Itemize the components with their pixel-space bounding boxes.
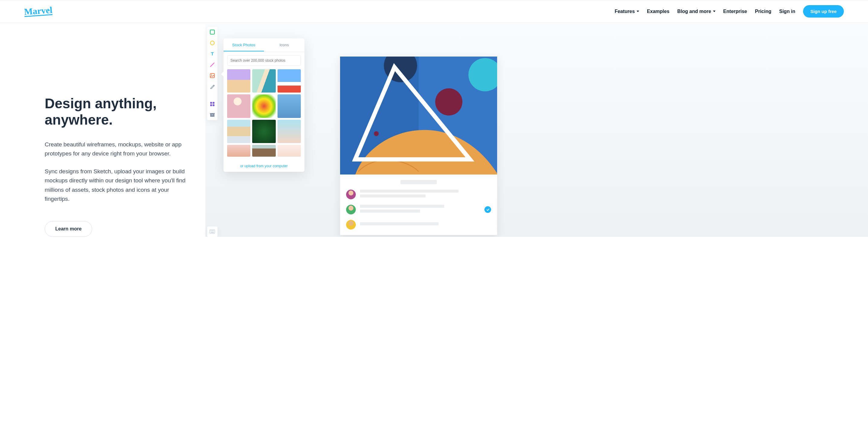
list-item [346,205,491,215]
skeleton-lines [360,222,491,227]
circle-tool[interactable] [210,40,215,46]
svg-rect-8 [210,104,212,106]
stock-photo-grid [227,69,301,143]
nav-features[interactable]: Features [615,9,639,14]
svg-rect-16 [212,230,213,231]
design-preview-image [340,57,497,174]
stock-thumb[interactable] [278,120,301,143]
design-preview-body [340,174,497,235]
nav-enterprise[interactable]: Enterprise [723,9,747,14]
pen-icon [210,84,215,89]
svg-rect-18 [211,232,214,232]
hero-paragraph-2: Sync designs from Sketch, upload your im… [45,167,193,204]
main-nav: Features Examples Blog and more Enterpri… [615,5,844,18]
keyboard-icon [210,230,215,234]
avatar [346,190,356,199]
stock-thumb[interactable] [278,94,301,118]
archive-icon [210,113,215,117]
image-tool[interactable] [210,73,215,78]
archive-tool[interactable] [210,112,215,118]
svg-rect-9 [213,104,214,106]
nav-signin[interactable]: Sign in [779,9,795,14]
svg-point-23 [435,88,462,115]
svg-rect-10 [210,114,214,117]
panel-pointer [221,72,223,77]
stock-thumb[interactable] [278,69,301,92]
hero-section: Design anything, anywhere. Create beauti… [0,23,868,237]
tool-strip: T [207,27,217,120]
hero-paragraph-1: Create beautiful wireframes, mockups, we… [45,140,193,159]
skeleton-line [360,194,426,197]
list-item [346,220,491,230]
svg-text:T: T [211,51,214,56]
chevron-down-icon [637,10,639,12]
svg-rect-12 [211,115,213,115]
stock-search-input[interactable] [227,55,301,66]
keyboard-shortcuts-button[interactable] [207,227,217,237]
stock-thumb[interactable] [227,69,250,92]
svg-point-24 [374,131,379,136]
stock-thumb[interactable] [252,120,275,143]
tab-stock-photos[interactable]: Stock Photos [223,38,264,51]
signup-button[interactable]: Sign up free [803,5,844,18]
chevron-down-icon [713,10,715,12]
stock-thumb[interactable] [227,120,250,143]
check-badge [485,206,491,213]
skeleton-line [360,209,420,213]
svg-point-5 [211,75,212,75]
svg-point-1 [211,41,214,45]
nav-pricing[interactable]: Pricing [755,9,771,14]
rectangle-icon [210,30,215,34]
text-tool[interactable]: T [210,51,215,57]
rectangle-tool[interactable] [210,29,215,35]
svg-rect-15 [211,230,212,231]
skeleton-line [360,222,438,225]
nav-examples[interactable]: Examples [647,9,670,14]
svg-rect-14 [211,230,211,231]
skeleton-title [401,180,437,184]
text-icon: T [210,51,215,56]
grid-icon [210,102,215,107]
stock-thumb[interactable] [252,94,275,118]
skeleton-line [360,205,444,208]
panel-tabs: Stock Photos Icons [223,38,304,52]
brand-logo[interactable]: Marvel [24,6,53,17]
stock-thumb[interactable] [227,94,250,118]
stock-thumb[interactable] [252,145,275,157]
panel-body [223,52,304,160]
list-item [346,190,491,199]
svg-rect-7 [213,102,214,104]
avatar [346,205,356,215]
mural-artwork [340,57,497,174]
tab-icons[interactable]: Icons [264,38,304,51]
pen-tool[interactable] [210,84,215,89]
line-icon [210,62,215,67]
svg-line-3 [211,63,214,66]
components-tool[interactable] [210,101,215,107]
svg-rect-11 [210,113,215,114]
upload-from-computer-link[interactable]: or upload from your computer [223,160,304,172]
svg-rect-17 [213,230,214,231]
stock-thumb[interactable] [227,145,250,157]
design-preview-card [340,57,497,235]
line-tool[interactable] [210,62,215,67]
nav-features-label: Features [615,9,635,14]
stock-thumb[interactable] [278,145,301,157]
image-icon [210,73,215,78]
nav-blog-label: Blog and more [677,9,711,14]
learn-more-button[interactable]: Learn more [45,221,92,237]
skeleton-lines [360,190,491,199]
check-icon [486,208,490,211]
stock-photo-grid-row [227,145,301,157]
skeleton-lines [360,205,480,215]
hero-copy: Design anything, anywhere. Create beauti… [0,23,205,237]
svg-rect-0 [210,30,214,34]
stock-photos-panel: Stock Photos Icons [223,38,304,172]
stock-thumb[interactable] [252,69,275,92]
circle-icon [210,40,215,45]
svg-rect-6 [210,102,212,104]
svg-rect-13 [210,230,215,233]
skeleton-line [360,190,459,193]
site-header: Marvel Features Examples Blog and more E… [0,0,868,23]
nav-blog[interactable]: Blog and more [677,9,715,14]
